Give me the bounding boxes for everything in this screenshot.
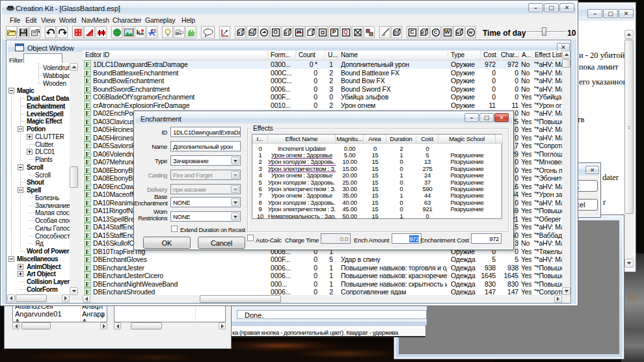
list-row[interactable]: EBoundBattleaxeEnchantment000C...02Bound… [83,69,562,77]
effects-column-effectname[interactable]: Effect Name [268,135,336,144]
tree-expand-icon[interactable] [18,264,23,270]
toolbar-color-squares-button[interactable] [364,26,375,38]
tree-item-art-object[interactable]: Art Object [7,270,70,278]
cell-row-name[interactable]: A [82,318,87,322]
toolbar-circle-arrow-button[interactable] [258,26,269,38]
column-header-form[interactable]: Form... [268,51,296,60]
id-input[interactable]: 1DLC1DawnguardExtraDamag [170,127,241,137]
tree-item--[interactable]: Яд [7,240,70,247]
toolbar-grass-button[interactable] [185,26,196,38]
effects-column-filler[interactable] [496,135,503,144]
toolbar-square-h-red-button[interactable]: H [293,26,304,38]
toolbar-crossed-box-button[interactable] [352,26,363,38]
menu-view[interactable]: View [41,16,55,24]
tree-item-magic-effect[interactable]: Magic Effect [7,118,70,125]
tree-expand-icon[interactable] [27,149,33,155]
tree-item-colorform[interactable]: ColorForm [7,286,70,293]
tree-item-magic[interactable]: Magic [7,87,70,94]
dialog-minimize-button[interactable]: – [464,113,479,122]
scroll-left-arrow-icon[interactable] [83,295,90,303]
toolbar-undo-button[interactable] [45,26,56,38]
toolbar-square-q-red-button[interactable]: Q [340,26,351,38]
time-of-day-slider[interactable] [527,31,566,32]
tree-item-scroll[interactable]: Scroll [7,172,70,179]
text-window-scrollbar[interactable]: == [624,30,634,268]
cell-row-editorid[interactable]: A [15,318,20,322]
main-close-button[interactable]: ✕ [559,3,574,12]
text-window-close-button[interactable]: ✕ [619,9,634,18]
effect-row[interactable]: 8Урон холодом : Здоровь...40.0015063Разр… [252,200,502,206]
tree-item-plants[interactable]: Plants [7,156,70,163]
filter-input[interactable] [23,53,62,64]
scrollbar-thumb[interactable]: == [624,40,634,214]
list-row[interactable]: EDBEnchantJesterCicero0006...01Повышение… [83,272,562,280]
column-header-effectlist[interactable]: Effect List [532,51,562,60]
effects-table[interactable]: I...Effect NameMagnitu...AreaDurationCos… [252,134,502,219]
scrollbar-thumb[interactable] [131,322,162,330]
menu-gameplay[interactable]: Gameplay [145,16,175,24]
list-row[interactable]: EDBEnchantJester0006...01Повышение навык… [83,264,562,272]
cell-row-name[interactable]: Альфт [82,305,103,310]
scroll-arrow-icon[interactable] [114,322,121,330]
effects-column-i[interactable]: I... [252,135,268,144]
column-header-cost[interactable]: Cost [481,51,498,60]
tree-item--[interactable]: Малая способн [7,209,70,216]
cell-list-left[interactable]: Altland2CellАльфтAngarvunde01АнгарвAA [12,305,107,322]
toolbar-pin-button[interactable] [379,26,390,38]
tree-item-shout[interactable]: Shout [7,179,70,186]
combo-dropdown-icon[interactable] [231,157,239,164]
toolbar-sky-button[interactable]: SKY [174,26,185,38]
tree-item-dlc01[interactable]: DLC01 [7,148,70,155]
tree-item-potion[interactable]: Potion [7,125,70,133]
toolbar-square-o-button[interactable]: O [270,26,281,38]
extend-duration-checkbox[interactable] [171,226,178,232]
column-header-name[interactable]: Name [338,51,448,60]
effects-column-cost[interactable]: Cost [416,135,438,144]
toolbar-folder-open-button[interactable] [6,26,17,38]
combo-arrow-icon[interactable] [100,315,105,318]
effect-row[interactable]: 9Урон электричеством : З...45.00150921Ра… [252,206,502,213]
tree-item--[interactable]: Способность [7,233,70,240]
worn-restrictions-combo[interactable]: NONE [170,211,241,222]
cell-view-window[interactable]: Altland2CellАльфтAngarvunde01АнгарвAA [4,304,232,349]
tree-item-word-of-power[interactable]: Word of Power [7,248,70,255]
column-header-char[interactable]: Char... [498,51,519,60]
message-box-close-button[interactable]: ✕ [585,166,599,174]
effect-row[interactable]: 10Нематериальность : Здо...50.001510 [252,213,502,219]
main-titlebar[interactable]: Creation Kit - [GlassBastard.esp] [2,2,576,14]
dialog-close-button[interactable]: ✕ [494,113,509,122]
menu-file[interactable]: File [10,16,20,24]
scroll-arrow-icon[interactable] [219,322,226,330]
toolbar-circle-c-button[interactable]: C [430,26,441,38]
list-row[interactable]: EDBEnchantNightWeaveBand000...01Повышени… [83,280,562,289]
effect-row[interactable]: 7Урон огнем : Здоровье35.0015144Разрушен… [252,192,502,199]
toolbar-box-m-button[interactable]: m [247,26,258,38]
toolbar-box-circle-button[interactable]: o [282,26,293,38]
scrollbar-thumb[interactable] [16,294,47,302]
scroll-right-arrow-icon[interactable] [554,295,562,303]
toolbar-square-box-button[interactable] [317,26,328,38]
scroll-down-arrow-icon[interactable] [562,287,570,295]
tree-item-scroll[interactable]: Scroll [7,164,70,171]
toolbar-box-at-button[interactable]: @ [391,26,402,38]
toolbar-snap-grid-button[interactable] [72,26,83,38]
combo-dropdown-icon[interactable] [231,198,239,206]
scrollbar-thumb[interactable] [21,322,51,330]
tree-item--[interactable]: Особая способ [7,217,70,224]
enchantment-dialog[interactable]: Enchantment – □ ✕ IDNameTypeCastingDeliv… [133,110,514,250]
tree-expand-icon[interactable] [27,134,33,140]
toolbar-box-d-button[interactable]: d [418,26,429,38]
tree-item-enchantment[interactable]: Enchantment [7,103,70,110]
text-window-minimize-button[interactable]: – [587,9,602,18]
ok-button[interactable]: OK [143,237,191,249]
effect-row[interactable]: 2Урон холодом : Здоровь...10.0015013Разр… [252,159,502,165]
menu-edit[interactable]: Edit [25,16,36,24]
list-row[interactable]: EDBEnchantShrouded0006...02Сопротивление… [83,288,562,295]
time-of-day-slider-thumb[interactable] [542,27,546,36]
toolbar-snap-connect-button[interactable] [96,26,107,38]
tree-item-spell[interactable]: Spell [7,187,70,194]
cell-list-right-hscroll[interactable] [114,322,226,330]
list-row[interactable]: EBoundSwordEnchantment0006...03Bound Swo… [83,85,562,94]
effect-row[interactable]: 5Урон холодом : Здоровь...25.0015037Разр… [252,179,502,186]
cell-list-left-hscroll[interactable] [12,322,107,330]
